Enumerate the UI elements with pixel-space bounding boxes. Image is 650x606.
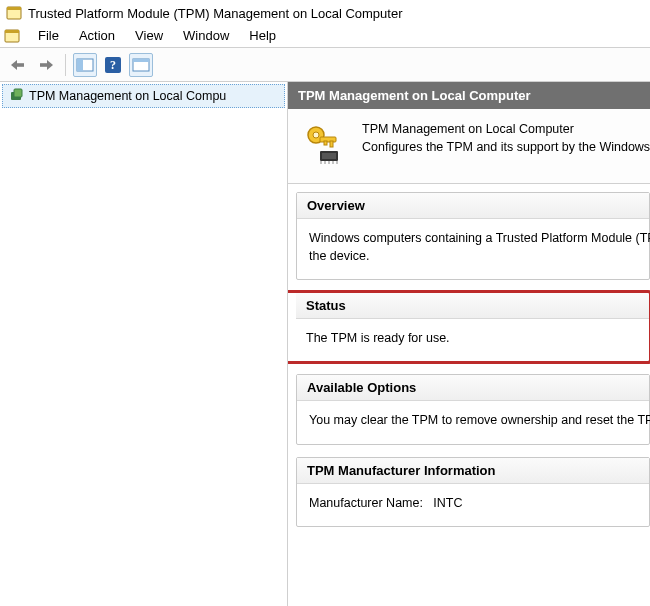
body: TPM Management on Local Compu TPM Manage… [0,82,650,606]
manufacturer-value: INTC [433,496,462,510]
intro-section: TPM Management on Local Computer Configu… [288,109,650,184]
menu-window[interactable]: Window [173,26,239,45]
panel-status-body: The TPM is ready for use. [296,319,649,361]
tree-item-tpm-management[interactable]: TPM Management on Local Compu [2,84,285,108]
content-pane: TPM Management on Local Computer TPM Man… [288,82,650,606]
svg-rect-5 [40,63,48,67]
title-bar: Trusted Platform Module (TPM) Management… [0,0,650,24]
panel-manufacturer-header: TPM Manufacturer Information [297,458,649,484]
svg-rect-7 [77,59,83,71]
overview-line1: Windows computers containing a Trusted P… [309,229,637,247]
back-arrow-icon [9,58,27,72]
manufacturer-label: Manufacturer Name: [309,496,423,510]
svg-rect-16 [320,137,336,142]
svg-rect-20 [322,153,336,159]
svg-point-15 [313,132,319,138]
panel-options-header: Available Options [297,375,649,401]
content-header: TPM Management on Local Computer [288,82,650,109]
panel-overview-body: Windows computers containing a Trusted P… [297,219,649,279]
svg-rect-18 [324,141,327,145]
back-button[interactable] [6,53,30,77]
toolbar-separator [65,54,66,76]
panel-options: Available Options You may clear the TPM … [296,374,650,444]
menu-file[interactable]: File [28,26,69,45]
tree-item-label: TPM Management on Local Compu [29,89,226,103]
forward-button[interactable] [34,53,58,77]
key-chip-icon [302,121,346,165]
toolbar: ? [0,48,650,82]
panel-status: Status The TPM is ready for use. [288,292,650,362]
intro-line2: Configures the TPM and its support by th… [362,139,650,157]
overview-line2: the device. [309,247,637,265]
app-icon [6,5,22,21]
menu-action[interactable]: Action [69,26,125,45]
svg-text:?: ? [110,58,116,72]
help-icon: ? [104,56,122,74]
window-title: Trusted Platform Module (TPM) Management… [28,6,403,21]
help-button[interactable]: ? [101,53,125,77]
svg-rect-11 [133,59,149,62]
panel-overview: Overview Windows computers containing a … [296,192,650,280]
tpm-node-icon [9,88,25,104]
panel-area: Overview Windows computers containing a … [288,184,650,539]
panel-options-body: You may clear the TPM to remove ownershi… [297,401,649,443]
menu-bar: File Action View Window Help [0,24,650,48]
menu-view[interactable]: View [125,26,173,45]
svg-rect-1 [7,7,21,10]
panel-manufacturer-body: Manufacturer Name: INTC [297,484,649,526]
intro-text: TPM Management on Local Computer Configu… [362,121,650,165]
svg-rect-17 [330,141,333,147]
svg-rect-3 [5,30,19,33]
panel-status-header: Status [296,293,649,319]
properties-button[interactable] [129,53,153,77]
app-icon-small [4,28,20,44]
panel-icon [76,58,94,72]
svg-rect-13 [14,89,22,97]
tree-pane: TPM Management on Local Compu [0,82,288,606]
panel-manufacturer: TPM Manufacturer Information Manufacture… [296,457,650,527]
intro-line1: TPM Management on Local Computer [362,121,650,139]
panel-overview-header: Overview [297,193,649,219]
window-icon [132,58,150,72]
svg-rect-4 [16,63,24,67]
show-hide-tree-button[interactable] [73,53,97,77]
forward-arrow-icon [37,58,55,72]
menu-help[interactable]: Help [239,26,286,45]
